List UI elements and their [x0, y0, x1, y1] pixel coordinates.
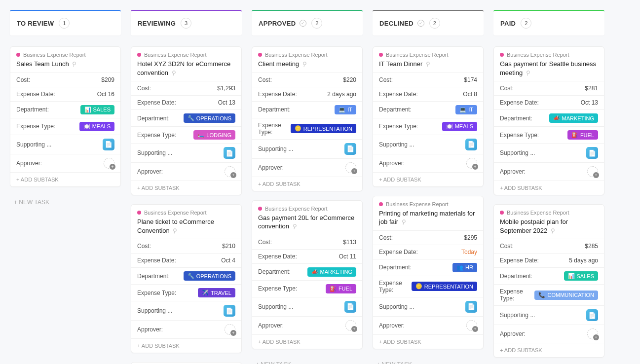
tag-meals[interactable]: 🍽️MEALS [442, 122, 477, 131]
add-approver-icon[interactable] [345, 320, 356, 331]
document-icon[interactable]: 📄 [344, 143, 356, 155]
cost-value: $295 [464, 234, 477, 241]
cost-label: Cost: [137, 243, 151, 250]
task-card[interactable]: Business Expense Report Phone credits fo… [131, 362, 242, 364]
add-approver-icon[interactable] [225, 324, 235, 335]
date-label: Expense Date: [379, 91, 418, 98]
new-task-button[interactable]: + NEW TASK [252, 358, 363, 364]
task-card[interactable]: Business Expense Report Plane ticket to … [131, 204, 242, 353]
row-date: Expense Date: Today [373, 245, 483, 259]
tag-icon: 📣 [311, 269, 318, 275]
department-label: Department: [500, 273, 532, 280]
document-icon[interactable]: 📄 [586, 147, 598, 159]
task-card[interactable]: Business Expense Report Sales Team Lunch… [10, 46, 121, 187]
attachment-icon: ⚲ [292, 222, 298, 231]
date-value: Oct 13 [581, 99, 598, 106]
add-approver-icon[interactable] [104, 158, 114, 169]
tag-representation[interactable]: 🪙REPRESENTATION [291, 124, 356, 133]
date-label: Expense Date: [16, 91, 55, 98]
tag-text: MARKETING [562, 115, 594, 121]
document-icon[interactable]: 📄 [103, 139, 114, 150]
add-approver-icon[interactable] [587, 166, 598, 177]
tag-icon: 👥 [456, 264, 463, 271]
card-title: Plane ticket to eCommerce Convention ⚲ [137, 218, 235, 235]
date-label: Expense Date: [500, 99, 539, 106]
add-subtask-button[interactable]: + ADD SUBTASK [373, 172, 483, 186]
date-label: Expense Date: [137, 99, 176, 106]
column-count: 2 [311, 18, 322, 29]
tag-text: OPERATIONS [196, 115, 231, 121]
row-department: Department: 💻IT [252, 101, 362, 118]
tag-it[interactable]: 💻IT [335, 105, 356, 114]
tag-operations[interactable]: 🔧OPERATIONS [184, 271, 235, 281]
date-value: Oct 11 [339, 253, 356, 260]
task-card[interactable]: Business Expense Report Client meeting ⚲… [252, 46, 363, 191]
tag-text: HR [465, 264, 473, 270]
new-task-button[interactable]: + NEW TASK [10, 196, 121, 209]
attachment-icon: ⚲ [72, 60, 77, 69]
document-icon[interactable]: 📄 [224, 147, 235, 159]
tag-marketing[interactable]: 📣MARKETING [549, 113, 598, 123]
tag-sales[interactable]: 📊SALES [564, 271, 598, 281]
tag-lodging[interactable]: 🛏️LODGING [193, 130, 235, 140]
add-approver-icon[interactable] [587, 328, 598, 339]
add-subtask-button[interactable]: + ADD SUBTASK [494, 343, 604, 357]
type-label: Expense Type: [137, 290, 176, 296]
tag-text: OPERATIONS [196, 273, 231, 279]
column-name: PAID [500, 20, 516, 27]
tag-communication[interactable]: 📞COMMUNICATION [534, 291, 598, 300]
task-card[interactable]: Business Expense Report Mobile postpaid … [493, 204, 604, 358]
tag-travel[interactable]: ✈️TRAVEL [198, 288, 235, 297]
add-approver-icon[interactable] [225, 166, 235, 177]
row-approver: Approver: [373, 154, 483, 172]
tag-hr[interactable]: 👥HR [452, 263, 477, 272]
add-subtask-button[interactable]: + ADD SUBTASK [131, 338, 241, 353]
document-icon[interactable]: 📄 [586, 309, 598, 321]
add-subtask-button[interactable]: + ADD SUBTASK [373, 334, 483, 349]
attachment-icon: ⚲ [401, 218, 407, 226]
tag-icon: 🔧 [188, 115, 194, 121]
document-icon[interactable]: 📄 [344, 301, 356, 313]
supporting-label: Supporting ... [500, 312, 535, 319]
add-subtask-button[interactable]: + ADD SUBTASK [252, 177, 362, 191]
task-card[interactable]: Business Expense Report Hotel XYZ 3D2N f… [131, 46, 242, 195]
cost-label: Cost: [258, 239, 272, 246]
type-label: Expense Type: [500, 132, 539, 139]
task-card[interactable]: Business Expense Report Printing of mark… [373, 196, 484, 349]
document-icon[interactable]: 📄 [224, 305, 235, 317]
add-subtask-button[interactable]: + ADD SUBTASK [494, 181, 604, 195]
tag-sales[interactable]: 📊SALES [80, 105, 114, 114]
tag-it[interactable]: 💻IT [455, 105, 477, 114]
tag-operations[interactable]: 🔧OPERATIONS [184, 113, 235, 123]
department-label: Department: [258, 106, 291, 113]
column-header[interactable]: PAID 2 [493, 10, 604, 36]
tag-meals[interactable]: 🍽️MEALS [79, 122, 114, 131]
date-value: Oct 4 [221, 257, 235, 264]
add-subtask-button[interactable]: + ADD SUBTASK [252, 334, 362, 349]
card-title: Sales Team Lunch ⚲ [16, 60, 114, 69]
new-task-button[interactable]: + NEW TASK [373, 358, 484, 364]
task-card[interactable]: Business Expense Report Gas payment 20L … [252, 200, 363, 349]
column-header[interactable]: DECLINED ✓ 2 [373, 10, 484, 36]
add-subtask-button[interactable]: + ADD SUBTASK [131, 181, 241, 195]
column-header[interactable]: TO REVIEW 1 [10, 10, 121, 36]
document-icon[interactable]: 📄 [465, 301, 477, 313]
attachment-icon: ⚲ [525, 69, 531, 77]
row-department: Department: 📊SALES [10, 101, 120, 118]
tag-marketing[interactable]: 📣MARKETING [307, 267, 356, 277]
category-dot-icon [16, 53, 20, 57]
column-header[interactable]: REVIEWING 3 [131, 10, 242, 36]
tag-fuel[interactable]: ⛽FUEL [567, 130, 598, 140]
task-card[interactable]: Business Expense Report IT Team Dinner ⚲… [373, 46, 484, 187]
add-approver-icon[interactable] [466, 320, 477, 331]
add-approver-icon[interactable] [466, 158, 477, 169]
column-header[interactable]: APPROVED ✓ 2 [252, 10, 363, 36]
tag-fuel[interactable]: ⛽FUEL [326, 284, 356, 293]
add-subtask-button[interactable]: + ADD SUBTASK [10, 172, 120, 186]
tag-representation[interactable]: 🪙REPRESENTATION [412, 282, 477, 291]
task-card[interactable]: Business Expense Report Gas payment for … [493, 46, 604, 195]
document-icon[interactable]: 📄 [465, 139, 477, 150]
column-paid: PAID 2 Business Expense Report Gas payme… [493, 10, 604, 364]
supporting-label: Supporting ... [137, 307, 172, 314]
add-approver-icon[interactable] [345, 162, 356, 173]
